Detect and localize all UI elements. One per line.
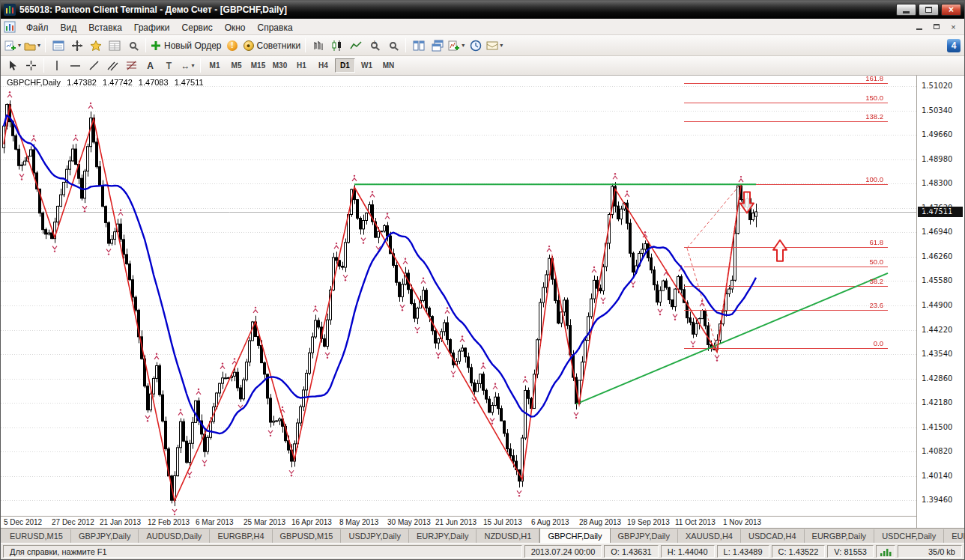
app-logo-icon [4,4,16,16]
new-order-plus-icon [151,40,161,51]
price-axis-label: 1.44220 [922,326,952,334]
profiles-button[interactable]: ▾ [23,37,41,54]
restore-button[interactable] [919,4,939,16]
chart-tab[interactable]: XAUUSD,H4 [678,529,741,543]
chart-tab[interactable]: AUDUSD,Daily [139,529,210,543]
chart-tab[interactable]: EURJPY,Daily [409,529,477,543]
timeframe-button-mn[interactable]: MN [378,58,399,73]
equidistant-channel-icon [107,60,118,71]
arrows-tool-button[interactable]: ↔▾ [179,58,196,74]
cursor-button[interactable] [4,58,21,74]
line-chart-button[interactable] [347,37,364,54]
chart-tab[interactable]: USDCAD,H4 [741,529,805,543]
price-scale[interactable]: 1.47511 1.510201.503401.496601.489801.48… [916,76,964,528]
timeframe-button-w1[interactable]: W1 [357,58,377,73]
channel-button[interactable] [104,58,121,74]
chart-close-value: 1.47511 [175,78,204,87]
window-title: 565018: Panteon Client Terminal - Демо С… [19,4,894,15]
fibonacci-level-label: 38.2 [844,277,883,285]
status-close: C: 1.43522 [772,545,826,558]
menu-item[interactable]: Графики [128,21,176,34]
timeframe-button-m15[interactable]: M15 [248,58,268,73]
horizontal-line-button[interactable] [67,58,84,74]
period-clock-button[interactable] [467,37,484,54]
mdi-close-button[interactable]: × [946,21,961,32]
chart-tab[interactable]: EURUSD,M15 [2,529,71,543]
price-axis-label: 1.45580 [922,276,952,284]
date-axis-label: 6 Mar 2013 [196,518,248,526]
chart-open-value: 1.47382 [67,78,97,87]
menu-bar: ФайлВидВставкаГрафикиСервисОкноСправка × [1,19,964,35]
alerts-button[interactable]: ! [224,37,241,54]
fibonacci-level-label: 50.0 [844,258,883,266]
menu-item[interactable]: Справка [252,21,299,34]
data-window-button[interactable] [106,37,123,54]
mt4-community-icon[interactable]: 4 [947,39,961,52]
date-axis-label: 30 May 2013 [387,518,440,526]
chart-tab[interactable]: USDJPY,Daily [341,529,409,543]
navigator-button[interactable] [68,37,85,54]
menu-item[interactable]: Окно [219,21,252,34]
minimize-button[interactable] [896,4,916,16]
chart-tab[interactable]: GBPJPY,Daily [611,529,679,543]
candlestick-button[interactable] [328,37,345,54]
chart-symbol-label: GBPCHF,Daily [7,78,61,87]
fibonacci-button[interactable] [123,58,140,74]
chart-canvas[interactable] [1,76,916,516]
crosshair-icon [25,60,37,71]
new-order-button[interactable]: Новый Ордер [150,37,222,54]
indicators-button[interactable]: ▾ [447,37,465,54]
status-high: H: 1.44040 [661,545,715,558]
menu-item[interactable]: Сервис [176,21,219,34]
timeframe-button-m30[interactable]: M30 [270,58,290,73]
vertical-line-button[interactable] [48,58,65,74]
trendline-button[interactable] [85,58,103,74]
text-button[interactable]: A [142,58,159,74]
zoom-in-button[interactable]: + [366,37,383,54]
menu-item[interactable]: Вставка [82,21,128,34]
chart-tab[interactable]: NZDUSD,H1 [477,529,539,543]
zoom-out-button[interactable]: − [384,37,402,54]
toolbar-separator [145,38,146,52]
mdi-restore-button[interactable] [928,21,944,32]
mdi-minimize-button[interactable] [911,21,927,32]
price-axis-label: 1.40140 [922,472,952,480]
text-label-button[interactable]: T [160,58,178,74]
advisors-button[interactable]: ● Советники [243,37,302,54]
chart-tab[interactable]: USDCHF,Daily [874,529,944,543]
close-button[interactable]: × [941,4,961,16]
chart-tab[interactable]: EURGBP,H4 [210,529,272,543]
bar-chart-button[interactable] [309,37,327,54]
toolbar-separator [45,38,46,52]
cursor-arrow-icon [7,60,18,71]
price-axis-label: 1.46940 [922,228,952,236]
templates-button[interactable]: ▾ [485,37,503,54]
timeframe-button-h4[interactable]: H4 [313,58,333,73]
chart-tab[interactable]: GBPJPY,Daily [71,529,139,543]
tile-windows-button[interactable] [410,37,427,54]
toolbar-separator [43,58,44,73]
date-axis-label: 19 Sep 2013 [627,518,680,526]
timeframe-button-m1[interactable]: M1 [205,58,225,73]
favorites-button[interactable] [87,37,104,54]
chart-tab[interactable]: EURCHF [944,529,964,543]
new-chart-button[interactable]: ▾ [4,37,22,54]
market-watch-button[interactable] [49,37,67,54]
cascade-windows-button[interactable] [429,37,446,54]
timeframe-button-d1[interactable]: D1 [335,58,355,73]
menu-item[interactable]: Вид [55,21,83,34]
status-open: O: 1.43631 [604,545,658,558]
chart-tab[interactable]: EURGBP,Daily [805,529,875,543]
chart-tab-active[interactable]: GBPCHF,Daily [539,528,610,543]
price-axis-label: 1.42860 [922,374,952,383]
timeframe-button-h1[interactable]: H1 [291,58,312,73]
strategy-tester-button[interactable] [124,37,142,54]
menu-item[interactable]: Файл [20,21,55,34]
dropdown-caret-icon: ▾ [462,42,465,49]
timeframe-button-m5[interactable]: M5 [226,58,246,73]
zoom-out-icon: − [390,42,396,49]
crosshair-button[interactable] [22,58,40,74]
date-axis[interactable]: 5 Dec 201227 Dec 201221 Jan 201312 Feb 2… [1,516,916,528]
vertical-line-icon [52,60,62,71]
chart-tab[interactable]: GBPUSD,M15 [273,529,342,543]
